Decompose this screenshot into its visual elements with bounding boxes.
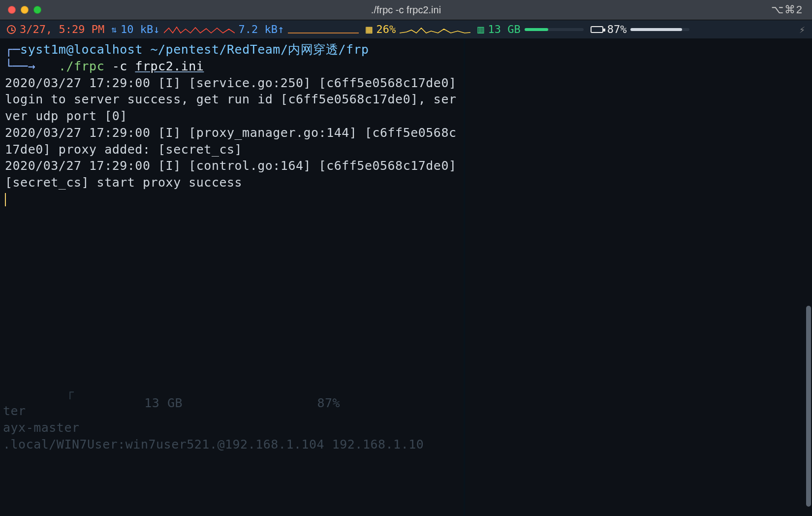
battery-segment: 87% — [591, 23, 690, 35]
cpu-segment: ▦ 26% — [366, 23, 470, 35]
charging-icon: ⚡ — [799, 24, 805, 35]
memory-icon: ▥ — [477, 23, 484, 35]
memory-value: 13 GB — [488, 23, 520, 35]
ghost-stats: 13 GB 87% — [98, 378, 340, 428]
memory-segment: ▥ 13 GB — [477, 23, 583, 35]
network-icon: ⇅ — [111, 24, 117, 34]
network-segment: ⇅ 10 kB↓ 7.2 kB↑ — [111, 23, 359, 35]
window-shortcut-hint: ⌥⌘2 — [771, 3, 803, 16]
terminal-pane-right[interactable] — [465, 38, 812, 516]
scrollbar[interactable] — [806, 38, 811, 516]
ghost-line3: .local/WIN7User:win7user521.@192.168.1.1… — [3, 436, 424, 453]
close-icon[interactable] — [8, 6, 16, 14]
minimize-icon[interactable] — [21, 6, 29, 14]
log-line: 2020/03/27 17:29:00 [I] [control.go:164]… — [5, 159, 464, 190]
log-line: 2020/03/27 17:29:00 [I] [service.go:250]… — [5, 76, 464, 124]
status-bar: 3/27, 5:29 PM ⇅ 10 kB↓ 7.2 kB↑ ▦ 26% ▥ 1… — [0, 20, 812, 38]
battery-icon — [591, 26, 603, 33]
clock-text: 3/27, 5:29 PM — [20, 23, 104, 35]
window-title: ./frpc -c frpc2.ini — [0, 4, 812, 16]
memory-bar — [525, 28, 584, 31]
cpu-icon: ▦ — [366, 23, 372, 35]
clock-segment: 3/27, 5:29 PM — [7, 23, 104, 35]
panes: ┌ 13 GB 87% ter ayx-master .local/WIN7Us… — [0, 38, 812, 516]
ghost-line2: ayx-master — [3, 419, 80, 436]
cpu-sparkline-icon — [400, 24, 470, 35]
prompt-arrow-icon: → — [28, 59, 36, 73]
cpu-value: 26% — [376, 23, 396, 35]
zoom-icon[interactable] — [33, 6, 41, 14]
net-up-value: 7.2 kB↑ — [239, 23, 284, 35]
command-binary: ./frpc — [59, 59, 104, 73]
net-down-value: 10 kB↓ — [121, 23, 159, 35]
cursor — [5, 193, 6, 207]
command-file: frpc2.ini — [135, 59, 204, 73]
log-line: 2020/03/27 17:29:00 [I] [proxy_manager.g… — [5, 126, 457, 157]
battery-bar-fill — [630, 28, 682, 31]
net-up-sparkline-icon — [288, 24, 359, 35]
battery-value: 87% — [607, 23, 627, 35]
clock-icon — [7, 25, 16, 34]
command-flag: -c — [112, 59, 127, 73]
scrollbar-thumb[interactable] — [806, 306, 811, 506]
ghost-text: ┌ — [5, 367, 74, 417]
traffic-lights — [8, 6, 41, 14]
memory-bar-fill — [525, 28, 548, 31]
prompt-user: syst1m — [20, 42, 66, 57]
battery-bar — [630, 28, 689, 31]
terminal-pane-left[interactable]: ┌ 13 GB 87% ter ayx-master .local/WIN7Us… — [0, 38, 464, 516]
prompt-path: ~/pentest/RedTeam/内网穿透/frp — [151, 42, 369, 57]
ghost-line1: ter — [3, 403, 26, 419]
window-titlebar: ./frpc -c frpc2.ini ⌥⌘2 — [0, 0, 812, 20]
net-down-sparkline-icon — [164, 24, 235, 35]
terminal-output[interactable]: ┌─syst1m@localhost ~/pentest/RedTeam/内网穿… — [0, 38, 464, 213]
prompt-host: localhost — [74, 42, 143, 57]
